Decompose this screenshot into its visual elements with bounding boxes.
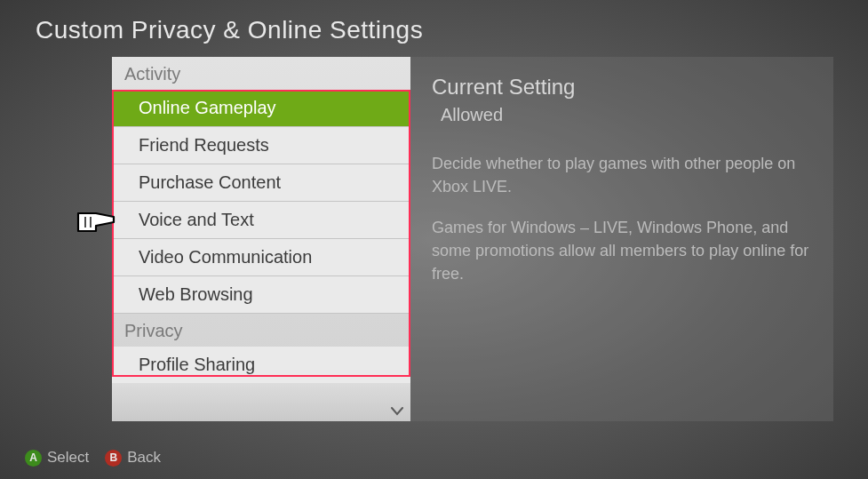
footer-hints: A Select B Back	[25, 449, 161, 467]
settings-list: Activity Online Gameplay Friend Requests…	[112, 57, 410, 421]
footer-back-label: Back	[127, 449, 161, 467]
chevron-down-icon[interactable]	[391, 407, 403, 416]
b-button-icon: B	[105, 450, 122, 467]
detail-heading: Current Setting	[432, 75, 812, 100]
list-item-video-communication[interactable]: Video Communication	[112, 239, 410, 276]
list-item-online-gameplay[interactable]: Online Gameplay	[112, 90, 410, 127]
detail-panel: Current Setting Allowed Decide whether t…	[410, 57, 833, 421]
list-item-voice-and-text[interactable]: Voice and Text	[112, 202, 410, 239]
detail-value: Allowed	[432, 105, 812, 125]
section-header-privacy: Privacy	[112, 314, 410, 347]
list-item-web-browsing[interactable]: Web Browsing	[112, 276, 410, 314]
list-item-profile-sharing[interactable]: Profile Sharing	[112, 347, 410, 383]
settings-panel: Activity Online Gameplay Friend Requests…	[112, 57, 833, 421]
detail-desc-1: Decide whether to play games with other …	[432, 152, 812, 198]
page-title: Custom Privacy & Online Settings	[36, 16, 423, 44]
list-item-friend-requests[interactable]: Friend Requests	[112, 127, 410, 164]
a-button-icon: A	[25, 450, 42, 467]
footer-back: B Back	[105, 449, 161, 467]
footer-select: A Select	[25, 449, 89, 467]
footer-select-label: Select	[47, 449, 89, 467]
list-item-purchase-content[interactable]: Purchase Content	[112, 164, 410, 202]
detail-desc-2: Games for Windows – LIVE, Windows Phone,…	[432, 216, 812, 285]
list-bottom-pad	[112, 383, 410, 421]
section-header-activity: Activity	[112, 57, 410, 90]
